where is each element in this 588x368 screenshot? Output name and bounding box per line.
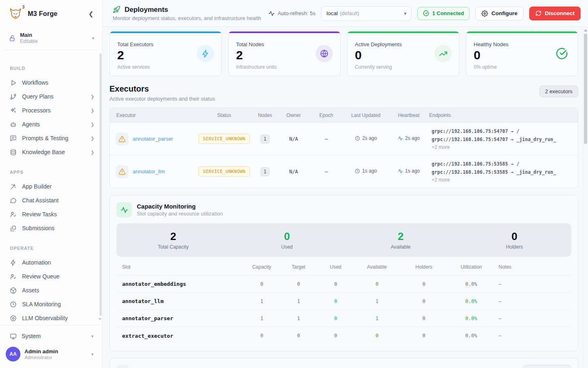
executors-count-badge: 2 executors <box>539 85 578 97</box>
stat-card-total-executors: Total Executors 2 Active services <box>109 31 222 76</box>
sidebar-item-app-builder[interactable]: App Builder <box>5 180 98 193</box>
user-menu[interactable]: AA Admin admin Administrator ▾ <box>5 343 98 364</box>
sidebar-nav: BUILD Workflows Query Plans ❯ Processors… <box>0 50 102 325</box>
accent-bar <box>229 31 340 33</box>
activity-icon <box>398 168 403 174</box>
configure-button[interactable]: Configure <box>475 7 523 20</box>
sidebar-item-prompts-testing[interactable]: Prompts & Testing ❯ <box>5 131 98 145</box>
sidebar-item-processors[interactable]: Processors ❯ <box>5 103 98 117</box>
endpoint-line: grpc://192.168.106.75:53585 → _jina_dry_… <box>432 168 572 177</box>
zap-icon <box>197 45 214 62</box>
sidebar-item-agents[interactable]: Agents ❯ <box>5 117 98 131</box>
sidebar-item-automation[interactable]: Automation <box>5 256 98 269</box>
page-subtitle: Monitor deployment status, executors, an… <box>113 15 261 21</box>
sidebar-collapse-button[interactable]: ❮ <box>85 9 97 19</box>
stat-card-healthy-nodes: Healthy Nodes 0 0% uptime <box>466 31 578 76</box>
workspace-switcher[interactable]: Main Editable ▾ <box>5 28 98 50</box>
epoch-value: – <box>309 168 343 175</box>
stat-cards: Total Executors 2 Active services Total … <box>109 31 578 76</box>
alert-triangle-icon <box>116 132 129 146</box>
zap-icon <box>10 259 17 266</box>
executor-row: annotator_llm SERVICE_UNKNOWN 1 N/A – 1s… <box>110 155 578 188</box>
activity-icon <box>116 202 132 218</box>
check-circle-icon <box>553 45 570 62</box>
capacity-title: Capacity Monitoring <box>137 203 223 210</box>
app-root: 3 M3 Forge ❮ Main Editable ▾ BUILD <box>0 0 588 368</box>
used-value: 0 <box>230 230 344 243</box>
check-circle-icon <box>423 10 429 16</box>
main-scrollbar[interactable] <box>583 27 588 368</box>
sidebar-item-review-tasks[interactable]: Review Tasks <box>5 207 98 221</box>
stat-card-active-deployments: Active Deployments 0 Currently serving <box>347 31 459 76</box>
play-icon <box>10 79 17 86</box>
capacity-subtitle: Slot capacity and resource utilization <box>137 211 223 217</box>
endpoints-more-link[interactable]: +2 more <box>432 177 572 183</box>
message-circle-icon <box>10 197 17 204</box>
slot-table-header: Slot Capacity Target Used Available Hold… <box>116 258 571 276</box>
brand-name: M3 Forge <box>28 10 58 18</box>
chevron-right-icon: ❯ <box>91 122 94 127</box>
slot-row: annotator_llm 1 1 0 1 0 0.0% – <box>116 293 571 310</box>
connected-badge: 1 Connected <box>417 7 470 20</box>
owner-value: N/A <box>278 169 309 175</box>
sidebar-item-sla-monitoring[interactable]: SLA Monitoring <box>5 297 98 311</box>
capacity-card: Capacity Monitoring Slot capacity and re… <box>109 195 578 351</box>
sidebar-item-llm-observability[interactable]: LLM Observability <box>5 311 98 325</box>
workspace-name: Main <box>20 32 88 38</box>
sidebar-item-workflows[interactable]: Workflows <box>5 76 98 90</box>
executor-name-link[interactable]: annotator_parser <box>133 136 173 142</box>
avatar: AA <box>6 347 20 361</box>
sidebar-scrollbar-down-arrow[interactable] <box>98 318 102 320</box>
page-title: Deployments <box>125 6 168 14</box>
package-icon <box>10 287 17 294</box>
sidebar-item-chat-assistant[interactable]: Chat Assistant <box>5 193 98 207</box>
chevron-left-icon: ❮ <box>88 10 94 17</box>
sidebar-item-system[interactable]: System ▾ <box>5 329 98 343</box>
sidebar-scrollbar-thumb[interactable] <box>100 53 102 316</box>
heartbeat-value: 1s ago <box>405 168 420 174</box>
system-label: System <box>22 333 41 339</box>
chevron-down-icon: ▾ <box>92 36 94 41</box>
disconnect-button[interactable]: Disconnect <box>529 7 581 20</box>
chevron-down-icon: ▾ <box>404 11 406 16</box>
executor-name-link[interactable]: annotator_llm <box>133 168 165 175</box>
brand: 3 M3 Forge <box>7 6 85 22</box>
sidebar: 3 M3 Forge ❮ Main Editable ▾ BUILD <box>0 0 103 368</box>
sidebar-item-review-queue[interactable]: Review Queue <box>5 269 98 283</box>
trending-up-icon <box>434 45 452 62</box>
endpoints-more-link[interactable]: +2 more <box>432 144 572 150</box>
sparkles-icon <box>10 107 17 114</box>
nodes-badge: 1 <box>261 167 270 176</box>
sidebar-item-submissions[interactable]: Submissions <box>5 221 98 235</box>
executors-section-header: Executors Active executor deployments an… <box>109 84 578 102</box>
scrollbar-thumb[interactable] <box>584 34 587 144</box>
clock-icon <box>355 136 360 141</box>
desired-states-badge <box>523 365 571 368</box>
auto-refresh-indicator: Auto-refresh: 5s <box>268 10 316 17</box>
epoch-value: – <box>309 136 343 142</box>
sidebar-footer: System ▾ AA Admin admin Administrator ▾ <box>0 325 102 368</box>
circle-dot-icon <box>10 315 17 322</box>
message-square-icon <box>10 135 17 142</box>
monitor-icon <box>10 333 17 340</box>
user-name: Admin admin <box>24 348 87 355</box>
scrollbar-up-arrow[interactable] <box>584 29 587 31</box>
stat-card-total-nodes: Total Nodes 2 Infrastructure units <box>228 31 341 76</box>
chevron-right-icon: ❯ <box>91 136 94 141</box>
chevron-down-icon: ▾ <box>91 352 94 357</box>
owner-value: N/A <box>278 136 309 142</box>
copy-icon <box>10 225 17 232</box>
user-check-icon <box>10 211 17 218</box>
cluster-select[interactable]: local (default) ▾ <box>321 6 412 21</box>
wand-icon <box>10 183 17 190</box>
sidebar-header: 3 M3 Forge ❮ <box>0 0 102 26</box>
chevron-right-icon: ❯ <box>91 150 94 155</box>
accent-bar <box>466 31 578 33</box>
workspace-badge: Editable <box>20 38 88 44</box>
user-role: Administrator <box>24 355 87 360</box>
sidebar-item-assets[interactable]: Assets <box>5 283 98 297</box>
sidebar-item-query-plans[interactable]: Query Plans ❯ <box>5 90 98 103</box>
executors-title: Executors <box>109 84 215 94</box>
sidebar-item-knowledge-base[interactable]: Knowledge Base ❯ <box>5 145 98 159</box>
chevron-right-icon: ❯ <box>91 94 94 99</box>
